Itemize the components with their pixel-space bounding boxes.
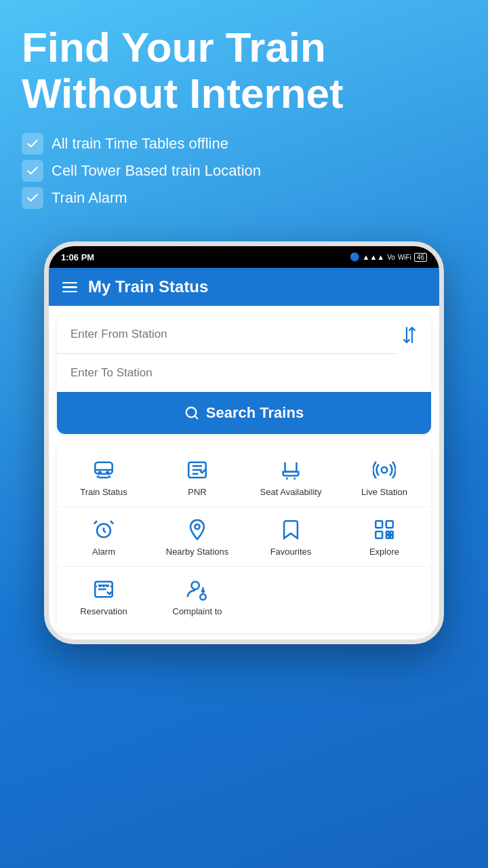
- phone-frame: 1:06 PM 🔵 ▲▲▲ Vo WiFi 46 My Train Status: [44, 241, 444, 644]
- search-trains-button[interactable]: Search Trains: [57, 392, 431, 434]
- svg-rect-13: [390, 532, 393, 534]
- menu-item-live-station[interactable]: Live Station: [338, 448, 431, 507]
- svg-point-6: [382, 467, 388, 473]
- to-station-wrap: [57, 354, 431, 392]
- svg-rect-11: [375, 532, 382, 538]
- menu-card: Train Status PNR: [57, 441, 431, 633]
- menu-label-explore: Explore: [369, 547, 399, 558]
- app-title: My Train Status: [88, 277, 208, 296]
- favourites-icon: [279, 517, 302, 542]
- svg-rect-10: [386, 521, 393, 528]
- swap-button[interactable]: [397, 323, 422, 347]
- check-icon-3: [22, 187, 43, 209]
- feature-item-2: Cell Tower Based train Location: [22, 160, 466, 182]
- from-station-wrap: [57, 315, 431, 354]
- to-station-input[interactable]: [57, 354, 397, 392]
- menu-item-seat-availability[interactable]: Seat Availability: [244, 448, 338, 507]
- svg-line-1: [195, 416, 197, 419]
- hamburger-menu-icon[interactable]: [62, 282, 77, 293]
- pnr-icon: [186, 457, 209, 483]
- svg-point-19: [200, 594, 206, 600]
- status-time: 1:06 PM: [61, 252, 94, 262]
- menu-label-complaint: Complaint to: [173, 606, 222, 618]
- alarm-icon: [92, 517, 115, 542]
- feature-list: All train Time Tables offline Cell Tower…: [22, 133, 466, 209]
- check-icon-1: [22, 133, 43, 155]
- menu-label-favourites: Favourites: [270, 547, 312, 558]
- feature-item-3: Train Alarm: [22, 187, 466, 209]
- menu-item-nearby-stations[interactable]: Nearby Stations: [150, 507, 244, 567]
- status-bar: 1:06 PM 🔵 ▲▲▲ Vo WiFi 46: [49, 246, 439, 268]
- menu-label-reservation: Reservation: [80, 606, 127, 618]
- svg-point-4: [106, 472, 108, 474]
- menu-label-pnr: PNR: [188, 487, 206, 498]
- menu-item-alarm[interactable]: Alarm: [57, 507, 150, 567]
- menu-item-pnr[interactable]: PNR: [150, 448, 244, 507]
- svg-point-8: [195, 524, 199, 529]
- menu-label-alarm: Alarm: [92, 547, 115, 558]
- complaint-icon: [186, 576, 209, 602]
- svg-rect-2: [95, 462, 113, 474]
- from-station-input[interactable]: [57, 315, 397, 354]
- train-status-icon: [92, 457, 115, 483]
- menu-label-train-status: Train Status: [80, 487, 127, 498]
- menu-label-live-station: Live Station: [361, 487, 407, 498]
- feature-item-1: All train Time Tables offline: [22, 133, 466, 155]
- live-station-icon: [373, 457, 396, 483]
- svg-rect-9: [375, 521, 382, 528]
- app-header: My Train Status: [49, 268, 439, 306]
- svg-point-3: [99, 472, 101, 474]
- search-card: Search Trains: [57, 315, 431, 434]
- check-icon-2: [22, 160, 43, 182]
- menu-item-reservation[interactable]: Reservation: [57, 567, 150, 626]
- menu-grid: Train Status PNR: [57, 448, 431, 626]
- menu-item-explore[interactable]: Explore: [338, 507, 431, 567]
- svg-point-18: [202, 591, 204, 593]
- svg-rect-15: [390, 536, 393, 538]
- phone-wrapper: 1:06 PM 🔵 ▲▲▲ Vo WiFi 46 My Train Status: [0, 241, 488, 644]
- hero-title: Find Your Train Without Internet: [22, 24, 466, 117]
- menu-label-nearby-stations: Nearby Stations: [166, 547, 229, 558]
- menu-item-favourites[interactable]: Favourites: [244, 507, 338, 567]
- svg-rect-14: [386, 536, 389, 538]
- explore-icon: [373, 517, 396, 542]
- menu-item-complaint[interactable]: Complaint to: [150, 567, 244, 626]
- menu-label-seat-availability: Seat Availability: [260, 487, 322, 498]
- status-icons: 🔵 ▲▲▲ Vo WiFi 46: [350, 252, 427, 262]
- hero-section: Find Your Train Without Internet All tra…: [0, 0, 488, 228]
- svg-point-17: [192, 582, 199, 589]
- seat-availability-icon: [279, 457, 302, 483]
- reservation-icon: [92, 576, 115, 602]
- svg-rect-12: [386, 532, 389, 534]
- menu-item-train-status[interactable]: Train Status: [57, 448, 150, 507]
- nearby-stations-icon: [186, 517, 209, 542]
